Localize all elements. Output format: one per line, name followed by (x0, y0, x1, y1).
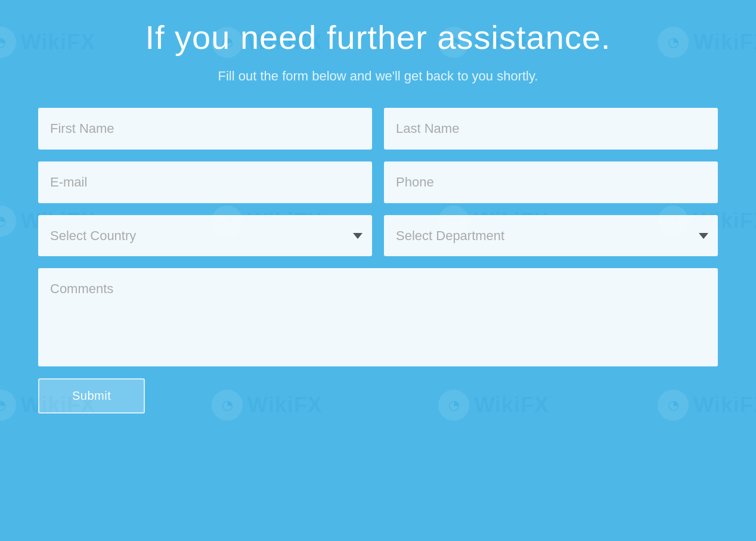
department-select-wrapper: Select Department Sales Support Technica… (384, 215, 718, 256)
select-row: Select Country United States United King… (38, 215, 718, 256)
submit-button[interactable]: Submit (38, 378, 145, 413)
page-title: If you need further assistance. (145, 18, 611, 57)
department-select[interactable]: Select Department Sales Support Technica… (384, 215, 718, 256)
email-input[interactable] (38, 161, 372, 203)
submit-row: Submit (38, 378, 718, 413)
comments-textarea[interactable] (38, 268, 718, 366)
country-select[interactable]: Select Country United States United King… (38, 215, 372, 256)
last-name-input[interactable] (384, 108, 718, 150)
comments-row (38, 268, 718, 366)
country-select-wrapper: Select Country United States United King… (38, 215, 372, 256)
contact-form: Select Country United States United King… (38, 108, 718, 413)
contact-row (38, 161, 718, 203)
phone-input[interactable] (384, 161, 718, 203)
first-name-input[interactable] (38, 108, 372, 150)
name-row (38, 108, 718, 150)
page-subtitle: Fill out the form below and we'll get ba… (218, 69, 538, 84)
